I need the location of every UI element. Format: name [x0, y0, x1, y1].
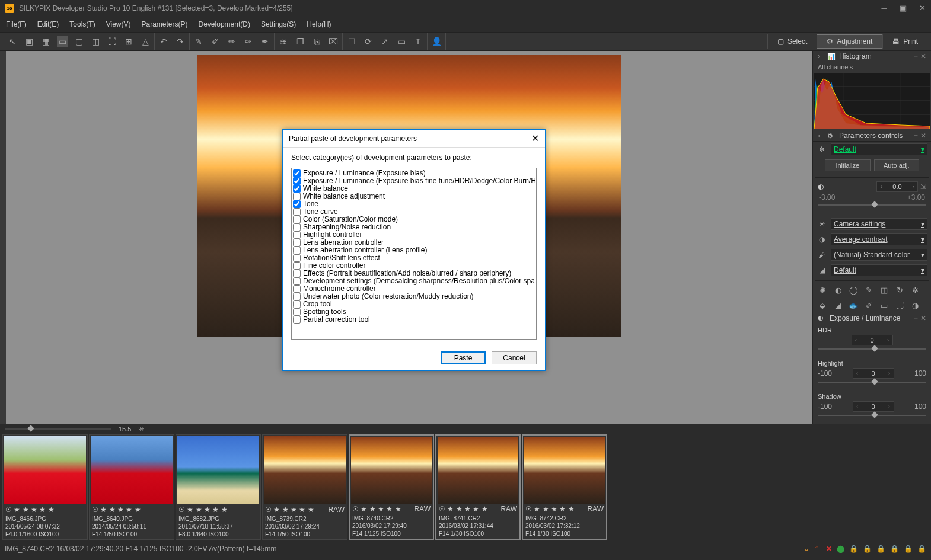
dialog-checkbox[interactable]	[293, 239, 301, 247]
thumb-rating[interactable]: ☉ ★ ★ ★ ★ ★RAW	[350, 505, 433, 513]
dialog-item[interactable]: Spotting tools	[293, 308, 535, 316]
menu-view[interactable]: View(V)	[106, 20, 131, 28]
sharp-select[interactable]: Default▾	[831, 264, 927, 276]
preset-select[interactable]: Default▾	[831, 143, 927, 155]
menu-tools[interactable]: Tools(T)	[69, 20, 95, 28]
dialog-item[interactable]: Lens aberration controller	[293, 239, 535, 247]
shadow-slider[interactable]	[818, 413, 926, 418]
dialog-titlebar[interactable]: Partial paste of development parameters …	[283, 130, 545, 148]
autoadj-button[interactable]: Auto adj.	[874, 159, 920, 171]
adj-13-icon[interactable]: ⛶	[895, 301, 904, 311]
dialog-item[interactable]: White balance adjustment	[293, 193, 535, 200]
exposure-slider[interactable]	[818, 203, 926, 207]
dialog-checkbox[interactable]	[293, 169, 301, 177]
thumb-rating[interactable]: ☉ ★ ★ ★ ★ ★	[3, 505, 87, 514]
dialog-item[interactable]: Underwater photo (Color restoration/Mudd…	[293, 293, 535, 300]
thumb-rating[interactable]: ☉ ★ ★ ★ ★ ★RAW	[436, 505, 519, 513]
dialog-checkbox[interactable]	[293, 285, 301, 293]
thumbnail[interactable]: ☉ ★ ★ ★ ★ ★RAWIMG_8739.CR22016/03/02 17:…	[262, 434, 347, 540]
paste-button[interactable]: Paste	[441, 351, 486, 364]
mode-select-button[interactable]: ▢Select	[767, 34, 817, 49]
zoom-slider[interactable]	[5, 428, 111, 430]
dialog-item[interactable]: Sharpening/Noise reduction	[293, 223, 535, 231]
dialog-item[interactable]: Development settings (Demosaicing sharpn…	[293, 277, 535, 285]
dialog-checkbox[interactable]	[293, 193, 301, 200]
dialog-checkbox[interactable]	[293, 308, 301, 316]
status-icon-1[interactable]: ⌄	[804, 545, 809, 553]
left-strip[interactable]	[0, 51, 6, 424]
adj-3-icon[interactable]: ◯	[849, 286, 858, 295]
dialog-checkbox[interactable]	[293, 316, 301, 324]
dialog-checkbox[interactable]	[293, 223, 301, 231]
dialog-checkbox[interactable]	[293, 216, 301, 223]
dialog-item[interactable]: Tone curve	[293, 208, 535, 216]
dialog-item[interactable]: Monochrome controller	[293, 285, 535, 293]
adj-8-icon[interactable]: ⬙	[818, 301, 827, 311]
highlight-value[interactable]: ‹0›	[853, 368, 894, 379]
dialog-item[interactable]: Color (Saturation/Color mode)	[293, 216, 535, 223]
thumb-rating[interactable]: ☉ ★ ★ ★ ★ ★	[176, 505, 260, 514]
close-panel-icon[interactable]: ✕	[920, 52, 926, 60]
status-icon-4[interactable]: ⬤	[837, 545, 844, 553]
undo-icon[interactable]: ↶	[158, 36, 169, 47]
status-icon-3[interactable]: ✖	[826, 545, 832, 553]
status-icon-7[interactable]: 🔒	[876, 545, 885, 553]
dialog-item[interactable]: Tone	[293, 200, 535, 208]
status-icon-8[interactable]: 🔒	[890, 545, 899, 553]
thumb-rating[interactable]: ☉ ★ ★ ★ ★ ★RAW	[523, 505, 606, 513]
panel-exposure-head[interactable]: ◐ Exposure / Luminance ⊩✕	[813, 313, 931, 324]
dialog-checkbox[interactable]	[293, 270, 301, 277]
dialog-list[interactable]: Exposure / Luminance (Exposure bias)Expo…	[291, 168, 537, 340]
dialog-checkbox[interactable]	[293, 262, 301, 270]
dialog-item[interactable]: Crop tool	[293, 300, 535, 308]
crop-icon[interactable]: ☐	[346, 36, 357, 47]
tool-folder-icon[interactable]: ▣	[24, 36, 34, 47]
text-icon[interactable]: T	[413, 36, 423, 47]
reset-icon[interactable]: ⇲	[920, 183, 926, 191]
hdr-value[interactable]: ‹0›	[852, 335, 893, 345]
cancel-button[interactable]: Cancel	[492, 351, 537, 364]
tool-fullscreen-icon[interactable]: ⛶	[107, 36, 117, 47]
dialog-item[interactable]: White balance	[293, 185, 535, 193]
adj-5-icon[interactable]: ◫	[879, 286, 889, 295]
adj-11-icon[interactable]: ✐	[864, 301, 873, 311]
adj-9-icon[interactable]: ◢	[833, 301, 843, 311]
adj-7-icon[interactable]: ✲	[910, 286, 920, 295]
thumbnail[interactable]: ☉ ★ ★ ★ ★ ★IMG_8466.JPG2014/05/24 08:07:…	[2, 434, 88, 540]
adj-12-icon[interactable]: ▭	[879, 301, 889, 311]
panel-params-head[interactable]: › ⚙ Parameters controls ⊩✕	[813, 130, 931, 142]
brush4-icon[interactable]: ✑	[243, 36, 254, 47]
box-icon[interactable]: ▭	[396, 36, 407, 47]
thumbnail[interactable]: ☉ ★ ★ ★ ★ ★RAWIMG_8742.CR22016/03/02 17:…	[522, 434, 607, 540]
status-icon-10[interactable]: 🔒	[917, 545, 926, 553]
shadow-value[interactable]: ‹0›	[853, 401, 894, 412]
dialog-checkbox[interactable]	[293, 277, 301, 285]
thumbnail[interactable]: ☉ ★ ★ ★ ★ ★IMG_8682.JPG2011/07/18 11:58:…	[176, 434, 261, 540]
tool-pointer-icon[interactable]: ↖	[7, 36, 18, 47]
status-icon-5[interactable]: 🔒	[849, 545, 858, 553]
expand-icon[interactable]: ⊩	[912, 52, 918, 60]
dialog-checkbox[interactable]	[293, 185, 301, 193]
wb-select[interactable]: Camera settings▾	[831, 218, 927, 230]
redo-icon[interactable]: ↷	[175, 36, 186, 47]
adj-4-icon[interactable]: ✎	[864, 286, 873, 295]
menu-help[interactable]: Help(H)	[307, 20, 331, 28]
status-icon-2[interactable]: 🗀	[814, 545, 821, 553]
brush5-icon[interactable]: ✒	[260, 36, 270, 47]
exposure-value[interactable]: ‹0.0›	[876, 181, 918, 192]
adj-1-icon[interactable]: ✺	[818, 286, 827, 295]
tool-columns-icon[interactable]: ◫	[90, 36, 101, 47]
maximize-button[interactable]: ▣	[899, 4, 907, 12]
thumb-rating[interactable]: ☉ ★ ★ ★ ★ ★RAW	[263, 505, 347, 514]
tone-select[interactable]: Average contrast▾	[831, 233, 927, 245]
minimize-button[interactable]: ─	[880, 4, 888, 12]
dialog-checkbox[interactable]	[293, 293, 301, 300]
search-icon[interactable]: 👤	[431, 36, 442, 47]
layers-icon[interactable]: ≋	[278, 36, 289, 47]
highlight-slider[interactable]	[818, 380, 926, 385]
dialog-item[interactable]: Exposure / Luminance (Exposure bias fine…	[293, 177, 535, 185]
status-icon-6[interactable]: 🔒	[863, 545, 872, 553]
brush3-icon[interactable]: ✏	[227, 36, 237, 47]
close-button[interactable]: ✕	[918, 4, 926, 12]
initialize-button[interactable]: Initialize	[825, 159, 871, 171]
